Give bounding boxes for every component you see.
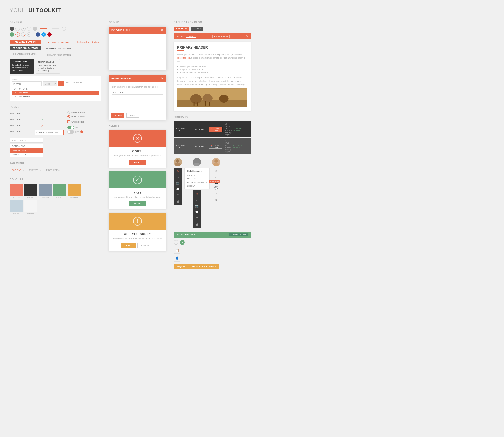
notif-close[interactable]: ✕ [246, 35, 248, 38]
nav-icon-home[interactable]: ⌂ [176, 175, 180, 180]
big-circle-unchecked[interactable] [174, 240, 179, 245]
colour-swatches-2: #C5D4d0 #F5F5F5 [10, 200, 101, 215]
nav-icon-user[interactable]: ☺ [176, 169, 180, 174]
confirm-alert: ! ARE YOU SURE? Here you would ask them … [108, 213, 166, 251]
search-button[interactable]: → [58, 81, 64, 86]
nav-icon-camera-2[interactable]: 📷 [194, 204, 200, 209]
nav-icon-chat[interactable]: 💬 [175, 187, 180, 192]
nav-icon-chat-2[interactable]: 💬 [194, 210, 200, 215]
error-alert: ✕ OOPS! Here you would write what the er… [108, 130, 166, 168]
checkbox [67, 120, 70, 123]
paid-button[interactable]: ✓ PAID [191, 27, 203, 31]
error-okay-button[interactable]: OKAY [129, 160, 145, 165]
select-option-3[interactable]: OPTION THREE [10, 153, 43, 157]
nav-icon-print-2[interactable]: 🖨 [195, 222, 199, 227]
confirm-buttons: YES CANCEL [111, 243, 163, 248]
nav-icon-print-3[interactable]: 🖨 [214, 198, 218, 202]
check-item-1[interactable]: Check boxes [67, 120, 101, 123]
toggle-off[interactable] [67, 130, 74, 134]
answer-now-button[interactable]: ANSWER NOW [212, 35, 229, 38]
swatch-green-label: #87C4FC [53, 197, 66, 198]
blog-image [177, 88, 247, 108]
tab-two[interactable]: TAB TWO 02 [26, 168, 43, 173]
general-section: GENERAL ✓ ? 7 × ✓ ! ⊙ [10, 21, 101, 101]
blog-link[interactable]: libero facilisis [177, 57, 190, 59]
svg-rect-1 [177, 100, 247, 107]
select-option-2[interactable]: OPTION TWO [10, 148, 43, 153]
tab-three[interactable]: TAB THREE 03 [43, 168, 63, 173]
popup-close-1[interactable]: ✕ [161, 29, 163, 32]
tab-one[interactable]: TAB ONE 01 [10, 168, 26, 173]
popup-header-2: FORM POP-UP ✕ [108, 75, 166, 82]
svg-point-14 [213, 163, 219, 166]
confirm-yes-button[interactable]: YES [121, 243, 135, 248]
input-field-4[interactable] [10, 129, 29, 134]
menu-logout[interactable]: LOGOUT [185, 184, 209, 188]
popup-section: POP-UP POP-UP TITLE ✕ FORM POP-UP ✕ [108, 21, 166, 119]
search-input[interactable] [12, 81, 42, 86]
nav-icon-help-2[interactable]: ? [195, 216, 199, 221]
view-map-button-1[interactable]: 📍 VIEW MAP [209, 127, 223, 132]
later-button[interactable]: DO LATER / SKIP BUTTON [10, 52, 41, 56]
nav-icon-print[interactable]: 🖨 [176, 199, 180, 204]
checkbox-area: ✓ [174, 240, 251, 245]
svg-point-4 [219, 95, 228, 103]
problem-input[interactable] [35, 130, 64, 135]
input-field-2[interactable] [10, 117, 43, 122]
view-map-button-2[interactable]: 📍 VIEW MAP [209, 144, 222, 149]
confirm-cancel-button[interactable]: CANCEL [137, 243, 154, 248]
input-field-1[interactable] [10, 111, 43, 116]
radio-item-1[interactable]: Radio buttons [67, 111, 101, 114]
success-okay-button[interactable]: OKAY [129, 201, 145, 206]
primary-button[interactable]: PRIMARY BUTTON [10, 40, 41, 44]
dropdown-option-1[interactable]: OPTION ONE [12, 87, 99, 91]
nav-icon-camera[interactable]: 📷 [175, 181, 180, 186]
menu-account-settings[interactable]: ACCOUNT SETTINGS [185, 181, 209, 184]
radio-item-2[interactable]: Radio buttons [67, 115, 101, 118]
search-select[interactable]: Go To [43, 81, 57, 86]
avatar-col-2: Hello Stephanie PROFILE MY TRIPS ACCOUNT… [184, 158, 209, 228]
nav-icon-help-3[interactable]: ? [215, 191, 218, 196]
popup-submit-button[interactable]: SUBMIT [111, 113, 124, 118]
menu-trips[interactable]: MY TRIPS [185, 177, 209, 181]
nav-icon-home-3[interactable]: ⌂ [215, 175, 218, 180]
nav-icon-user-2[interactable]: ☺ [195, 192, 199, 197]
outline-primary-button[interactable]: PRIMARY BUTTON [43, 40, 75, 45]
select-field[interactable]: SELECT OPTION ▾ [10, 138, 43, 143]
page: YOULI UI TOOLKIT GENERAL ✓ ? 7 × [0, 0, 504, 276]
pay-now-button[interactable]: PAY NOW [174, 27, 189, 31]
svg-point-12 [194, 163, 200, 166]
nav-icon-user-3[interactable]: ☺ [214, 169, 218, 174]
active-search-label: ACTIVE SEARCH [66, 81, 82, 83]
request-change-button[interactable]: REQUEST TO CHANGE THIS BOOKING [174, 264, 219, 269]
dropdown-option-3[interactable]: OPTION THREE [12, 95, 99, 99]
notif-label: TO DO: [176, 35, 183, 38]
nav-icon-help[interactable]: ? [176, 193, 180, 198]
swatch-orange-label: #FBAA6A [67, 197, 81, 198]
nav-icon-chat-3[interactable]: 💬 [214, 185, 219, 190]
toggle-on[interactable] [67, 126, 74, 129]
menu-profile[interactable]: PROFILE [185, 173, 209, 177]
itin-est-1: EST $1400 [195, 129, 207, 131]
search-row: In What Go To → ACTIVE SEARCH [12, 78, 99, 86]
popup-close-2[interactable]: ✕ [161, 77, 163, 80]
avatar-3 [212, 158, 220, 166]
secondary-button[interactable]: SECONDARY BUTTON [10, 46, 41, 50]
big-circle-checked[interactable]: ✓ [180, 240, 185, 245]
complete-task-button[interactable]: COMPLETE TASK [228, 233, 248, 236]
tooltip-2-text: Come back here and tell us the details o… [38, 64, 58, 72]
divider-accent [40, 29, 47, 29]
input-field-3[interactable] [10, 123, 43, 128]
popup-form-input[interactable] [112, 90, 163, 95]
tab-menu-title: TAB MENU [10, 162, 101, 165]
link-button[interactable]: Link next to a button [77, 41, 99, 43]
popup-cancel-button[interactable]: CANCEL [126, 113, 139, 118]
outline-secondary-button[interactable]: SECONDARY BUTTON [43, 46, 75, 51]
x-button[interactable]: ✕ [31, 131, 33, 134]
blog-image-svg [177, 88, 247, 108]
notif-example[interactable]: EXAMPLE [186, 35, 196, 38]
dropdown-option-2[interactable]: OPTION TWO [12, 91, 99, 95]
outline-later-button[interactable]: DO LATER / SKIP BUTTON [43, 53, 75, 57]
select-option-1[interactable]: OPTION ONE [10, 144, 43, 148]
nav-icon-home-2[interactable]: ⌂ [195, 198, 199, 203]
